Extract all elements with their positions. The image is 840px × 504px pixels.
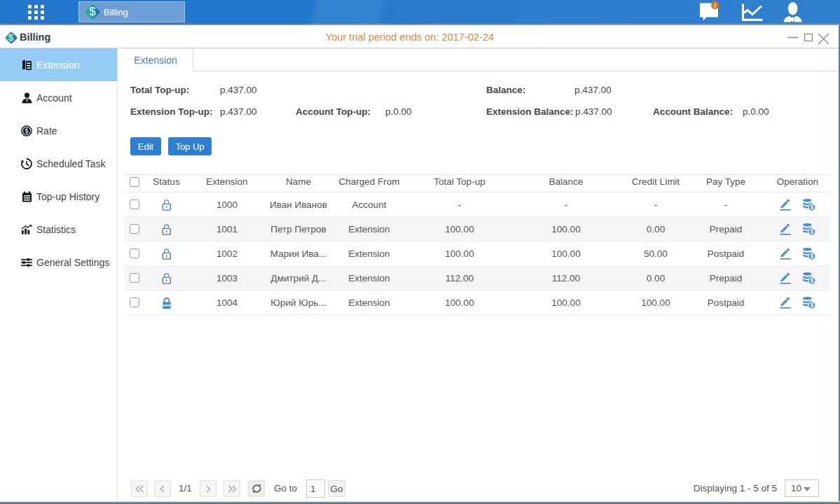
svg-text:$: $	[810, 228, 813, 235]
svg-text:$: $	[810, 253, 813, 260]
svg-text:$: $	[810, 302, 813, 309]
svg-text:$: $	[810, 277, 813, 284]
svg-text:$: $	[810, 204, 813, 211]
svg-text:!: !	[714, 1, 716, 9]
